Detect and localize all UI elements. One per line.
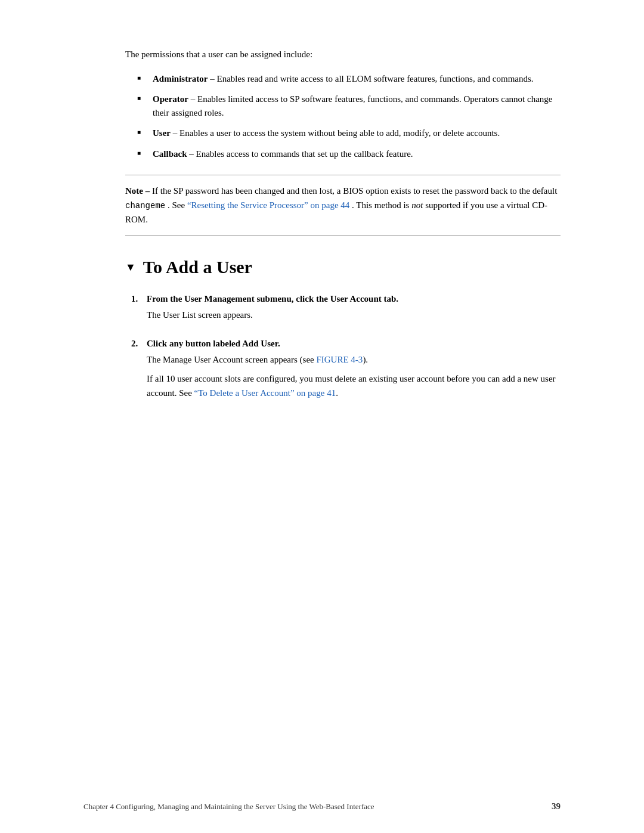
note-body-after: . This method is [352,200,411,210]
section-title: To Add a User [143,257,252,277]
bullet-icon: ■ [137,73,148,82]
footer-text: Chapter 4 Configuring, Managing and Main… [83,802,552,812]
term-admin: Administrator [153,74,208,83]
footer-page-number: 39 [552,801,561,812]
note-body-middle: . See [168,200,187,210]
footer: Chapter 4 Configuring, Managing and Main… [0,801,644,812]
step-2: 2. Click any button labeled Add User. Th… [131,339,561,405]
note-body-before: If the SP password has been changed and … [152,186,557,196]
term-user: User [153,128,171,138]
bullet-text-user: User – Enables a user to access the syst… [153,126,561,140]
note-box: Note – If the SP password has been chang… [125,175,561,236]
step-2-desc-p2: If all 10 user account slots are configu… [147,371,561,400]
term-operator: Operator [153,94,188,104]
note-link[interactable]: “Resetting the Service Processor” on pag… [187,200,349,210]
step-2-number: 2. [131,339,143,405]
intro-text: The permissions that a user can be assig… [125,48,561,61]
step-1-number: 1. [131,294,143,327]
step-1-desc: The User List screen appears. [147,308,561,322]
desc-admin: – Enables read and write access to all E… [210,74,533,83]
step-2-desc: The Manage User Account screen appears (… [147,352,561,400]
bullet-text-callback: Callback – Enables access to commands th… [153,147,561,161]
desc-operator: – Enables limited access to SP software … [153,94,553,117]
list-item: ■ Operator – Enables limited access to S… [137,92,561,119]
note-label: Note – [125,186,150,196]
bullet-icon: ■ [137,128,148,137]
delete-account-link[interactable]: “To Delete a User Account” on page 41 [194,388,336,398]
list-item: ■ Callback – Enables access to commands … [137,147,561,161]
bullet-text-admin: Administrator – Enables read and write a… [153,72,561,86]
list-item: ■ Administrator – Enables read and write… [137,72,561,86]
desc-user: – Enables a user to access the system wi… [173,128,500,138]
step-1-title: From the User Management submenu, click … [147,294,561,304]
term-callback: Callback [153,149,187,159]
bullet-icon: ■ [137,148,148,157]
step-1-desc-p1: The User List screen appears. [147,308,561,322]
note-italic: not [411,200,423,210]
bullet-icon: ■ [137,94,148,103]
note-code: changeme [125,201,165,210]
steps-container: 1. From the User Management submenu, cli… [131,294,561,405]
permissions-list: ■ Administrator – Enables read and write… [137,72,561,161]
step-2-title: Click any button labeled Add User. [147,339,561,349]
step-1: 1. From the User Management submenu, cli… [131,294,561,327]
desc-callback: – Enables access to commands that set up… [189,149,413,159]
section-heading: ▼ To Add a User [125,257,561,277]
step-1-content: From the User Management submenu, click … [147,294,561,327]
triangle-icon: ▼ [125,261,136,274]
step-2-desc-p1: The Manage User Account screen appears (… [147,352,561,367]
list-item: ■ User – Enables a user to access the sy… [137,126,561,140]
step-2-content: Click any button labeled Add User. The M… [147,339,561,405]
figure-link[interactable]: FIGURE 4-3 [316,355,363,364]
bullet-text-operator: Operator – Enables limited access to SP … [153,92,561,119]
